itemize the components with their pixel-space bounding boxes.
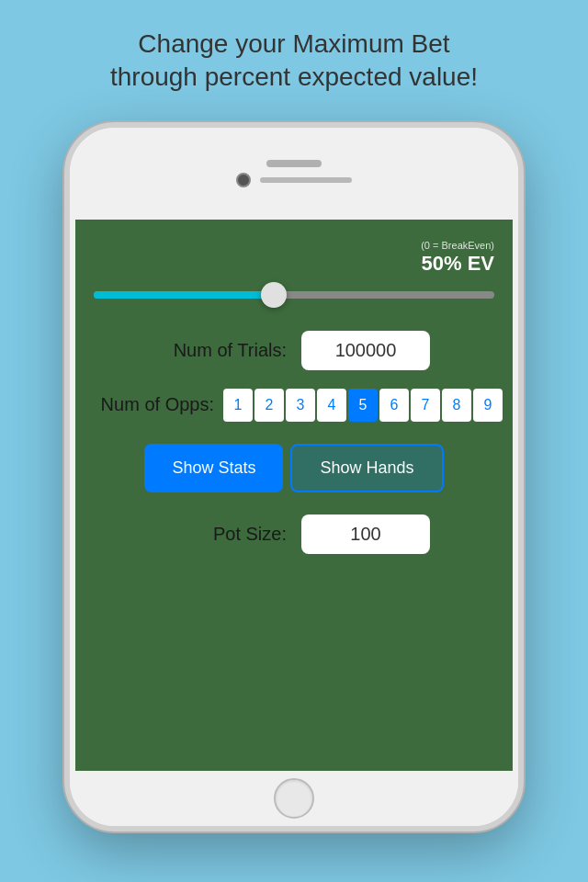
opp-btn-7[interactable]: 7 [411, 389, 440, 422]
pot-size-row: Pot Size: [94, 514, 494, 554]
header-text: Change your Maximum Bet through percent … [0, 0, 588, 113]
pot-size-label: Pot Size: [158, 524, 287, 545]
break-even-label: (0 = BreakEven) [421, 240, 494, 251]
opp-btn-6[interactable]: 6 [379, 389, 409, 422]
opps-label: Num of Opps: [85, 394, 214, 415]
opp-btn-5[interactable]: 5 [348, 389, 378, 422]
phone-bottom [70, 771, 518, 826]
microphone [260, 177, 352, 183]
trials-label: Num of Trials: [158, 340, 287, 361]
trials-row: Num of Trials: [94, 331, 494, 370]
header-line1: Change your Maximum Bet [138, 29, 449, 58]
phone-wrapper: (0 = BreakEven) 50% EV Num of Trials: [0, 113, 588, 831]
top-speaker [266, 160, 322, 167]
slider-section: (0 = BreakEven) 50% EV [94, 238, 494, 309]
opp-btn-4[interactable]: 4 [317, 389, 346, 422]
opp-btn-1[interactable]: 1 [223, 389, 253, 422]
trials-input[interactable] [301, 331, 430, 370]
opps-buttons: 1 2 3 4 5 6 7 8 9 [223, 389, 503, 422]
slider-fill [94, 291, 274, 299]
opp-btn-9[interactable]: 9 [473, 389, 503, 422]
camera-row [236, 173, 352, 187]
home-button[interactable] [274, 778, 314, 819]
phone-top [70, 128, 518, 220]
slider-thumb[interactable] [261, 282, 287, 308]
opp-btn-3[interactable]: 3 [286, 389, 315, 422]
slider-track-container[interactable] [94, 281, 494, 309]
opp-btn-2[interactable]: 2 [254, 389, 284, 422]
ev-label: (0 = BreakEven) 50% EV [94, 238, 494, 276]
opps-row: Num of Opps: 1 2 3 4 5 6 7 8 9 [94, 389, 494, 422]
opp-btn-8[interactable]: 8 [442, 389, 471, 422]
phone-screen: (0 = BreakEven) 50% EV Num of Trials: [75, 220, 513, 771]
show-hands-button[interactable]: Show Hands [290, 444, 443, 492]
camera [236, 173, 251, 187]
ev-value: 50% EV [422, 252, 495, 275]
show-stats-button[interactable]: Show Stats [144, 444, 283, 492]
header-line2: through percent expected value! [110, 62, 478, 91]
slider-track [94, 291, 494, 299]
phone: (0 = BreakEven) 50% EV Num of Trials: [64, 122, 524, 831]
pot-size-input[interactable] [301, 514, 430, 554]
action-buttons: Show Stats Show Hands [94, 444, 494, 492]
